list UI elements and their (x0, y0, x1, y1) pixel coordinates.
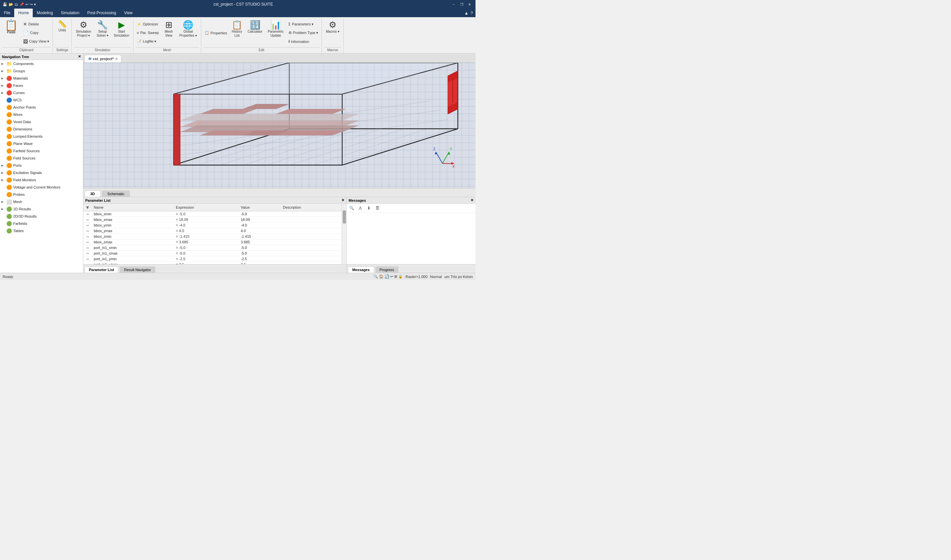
units-button[interactable]: 📏 Units (55, 19, 69, 34)
menu-view[interactable]: View (120, 9, 136, 17)
menu-home[interactable]: Home (14, 9, 33, 17)
tree-item-components[interactable]: ▶ 📁 Components (0, 60, 83, 67)
tree-item-materials[interactable]: ▶ 🔴 Materials (0, 75, 83, 82)
expand-icon[interactable]: ▶ (2, 178, 6, 182)
help-arrow-up[interactable]: ▲ (464, 11, 469, 15)
qa-icon3[interactable]: 🗂 (15, 2, 18, 6)
msg-tab-messages[interactable]: Messages (348, 266, 374, 273)
paste-button[interactable]: 📋 Paste (2, 19, 20, 35)
msg-info-btn[interactable]: ℹ (365, 205, 372, 212)
qa-open-icon[interactable]: 📂 (9, 2, 13, 7)
tree-item-groups[interactable]: ▶ 📁 Groups (0, 67, 83, 75)
qa-redo[interactable]: ↪ (30, 2, 33, 7)
tree-item-mesh[interactable]: ▶ ⬜ Mesh (0, 198, 83, 205)
table-row[interactable]: ⇔ port_in1_xmax = -5.0 -5.0 (83, 251, 346, 256)
param-scrollbar[interactable] (342, 204, 346, 264)
param-tab-list[interactable]: Parameter List (85, 266, 118, 273)
expand-icon[interactable]: ▶ (2, 77, 6, 80)
qa-icon4[interactable]: 📌 (20, 2, 24, 7)
mesh-view-button[interactable]: ⊞ MeshView (162, 19, 176, 39)
menu-post-processing[interactable]: Post-Processing (83, 9, 120, 17)
macros-button[interactable]: ⚙ Macros ▾ (324, 19, 341, 35)
col-description[interactable]: Description (281, 204, 346, 211)
tree-item-excitation-signals[interactable]: ▶ 🟠 Excitation Signals (0, 169, 83, 176)
tree-item-faces[interactable]: ▶ 🔴 Faces (0, 82, 83, 89)
msg-warn-btn[interactable]: ⚠ (356, 205, 364, 212)
history-list-button[interactable]: 📋 HistoryList (230, 19, 244, 39)
menu-file[interactable]: File (0, 9, 14, 17)
minimize-button[interactable]: − (450, 1, 457, 8)
restore-button[interactable]: ❐ (458, 1, 465, 8)
col-name[interactable]: Name (92, 204, 174, 211)
tab-close-button[interactable]: ✕ (115, 57, 118, 61)
col-filter[interactable]: ▼ (83, 204, 92, 211)
tree-item-voxel-data[interactable]: 🟠 Voxel Data (0, 118, 83, 125)
copy-view-button[interactable]: 🖼 Copy View ▾ (22, 38, 51, 45)
expand-icon[interactable]: ▶ (2, 208, 6, 211)
col-value[interactable]: Value (239, 204, 281, 211)
copy-button[interactable]: 📄 Copy (22, 29, 51, 36)
calculator-button[interactable]: 🔢 Calculator (245, 19, 264, 35)
param-tab-navigator[interactable]: Result Navigator (120, 266, 155, 273)
table-row[interactable]: ⇔ bbox_ymax = 4.0 4.0 (83, 228, 346, 234)
tree-item-field-monitors[interactable]: ▶ 🟠 Field Monitors (0, 176, 83, 183)
parameters-button[interactable]: Σ Parameters ▾ (287, 22, 320, 27)
param-table[interactable]: ▼ Name Expression Value Description ⇔ bb… (83, 204, 346, 264)
logfile-button[interactable]: 📝 Logfile ▾ (136, 38, 160, 44)
tree-item-farfield-sources[interactable]: 🟠 Farfield Sources (0, 147, 83, 155)
msg-list-btn[interactable]: ☰ (374, 205, 381, 212)
tree-item-dimensions[interactable]: 🟠 Dimensions (0, 125, 83, 133)
table-row[interactable]: ⇔ port_in1_xmin = -5.0 -5.0 (83, 245, 346, 251)
menu-simulation[interactable]: Simulation (57, 9, 83, 17)
expand-icon[interactable]: ▶ (2, 69, 6, 72)
expand-icon[interactable]: ▶ (2, 200, 6, 203)
tree-item-anchor-points[interactable]: 🟠 Anchor Points (0, 104, 83, 111)
tree-item-2d-3d-results[interactable]: 🟢 2D/3D Results (0, 213, 83, 220)
messages-close[interactable]: ✕ (470, 198, 473, 202)
menu-modeling[interactable]: Modeling (33, 9, 57, 17)
qa-save-icon[interactable]: 💾 (3, 2, 7, 7)
expand-icon[interactable]: ▶ (2, 91, 6, 94)
nav-tree-body[interactable]: ▶ 📁 Components ▶ 📁 Groups ▶ 🔴 Materials … (0, 60, 83, 273)
quick-access-toolbar[interactable]: 💾 📂 🗂 📌 ↩ ↪ ▾ (3, 2, 36, 7)
qa-undo[interactable]: ↩ (25, 2, 28, 7)
tree-item-wires[interactable]: 🟠 Wires (0, 111, 83, 118)
param-list-close[interactable]: ✕ (341, 198, 344, 202)
optimizer-button[interactable]: ⚡ Optimizer (136, 22, 160, 27)
simulation-project-button[interactable]: ⚙ SimulationProject ▾ (74, 19, 93, 39)
view-tab-3d[interactable]: 3D (85, 191, 100, 197)
table-row[interactable]: ⇔ port_in1_ymin = -2.5 -2.5 (83, 256, 346, 262)
parametric-update-button[interactable]: 📊 ParametricUpdate (266, 19, 285, 39)
tree-item-lumped-elements[interactable]: 🟠 Lumped Elements (0, 133, 83, 140)
view-tab-schematic[interactable]: Schematic (102, 191, 130, 197)
start-simulation-button[interactable]: ▶ StartSimulation (112, 19, 131, 39)
table-row[interactable]: ⇔ bbox_ymin = -4.0 -4.0 (83, 223, 346, 228)
problem-type-button[interactable]: ⚙ Problem Type ▾ (287, 30, 320, 35)
tree-item-tables[interactable]: 🟢 Tables (0, 227, 83, 234)
msg-tab-progress[interactable]: Progress (375, 266, 399, 273)
tree-item-field-sources[interactable]: 🟠 Field Sources (0, 155, 83, 162)
tree-item-1d-results[interactable]: ▶ 🟢 1D Results (0, 205, 83, 213)
tree-item-ports[interactable]: ▶ 🟠 Ports (0, 162, 83, 169)
expand-icon[interactable]: ▶ (2, 164, 6, 167)
table-row[interactable]: ⇔ bbox_xmax = 18.09 18.09 (83, 217, 346, 223)
tree-item-wcs[interactable]: 🔵 WCS (0, 97, 83, 104)
table-row[interactable]: ⇔ bbox_zmax = 3.685 3.685 (83, 239, 346, 245)
expand-icon[interactable]: ▶ (2, 84, 6, 87)
param-scrollbar-thumb[interactable] (343, 210, 346, 223)
msg-search-btn[interactable]: 🔍 (348, 205, 355, 212)
col-expression[interactable]: Expression (174, 204, 239, 211)
properties-button[interactable]: 📋 Properties (203, 30, 228, 35)
global-properties-button[interactable]: 🌐 GlobalProperties ▾ (177, 19, 199, 39)
close-button[interactable]: ✕ (466, 1, 473, 8)
expand-icon[interactable]: ▶ (2, 62, 6, 65)
help-question[interactable]: ? (470, 11, 473, 15)
tab-cst-project[interactable]: ≋ cst_project* ✕ (85, 55, 121, 62)
expand-icon[interactable]: ▶ (2, 171, 6, 174)
tree-item-voltage-current-monitors[interactable]: 🟠 Voltage and Current Monitors (0, 183, 83, 191)
information-button[interactable]: ℹ Information (287, 38, 320, 44)
table-row[interactable]: ⇔ port_in1_ymax = 2.5 2.5 (83, 262, 346, 265)
tree-item-probes[interactable]: 🟠 Probes (0, 191, 83, 198)
tree-item-farfields[interactable]: 🟢 Farfields (0, 220, 83, 227)
viewport-3d[interactable]: Z Y X (83, 63, 476, 188)
